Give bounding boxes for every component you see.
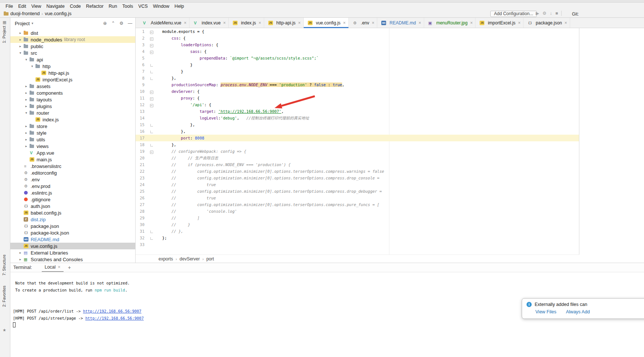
menu-item-file[interactable]: File [3,4,16,9]
chevron-down-icon[interactable]: ▾ [31,21,33,25]
locate-icon[interactable]: ⊕ [103,21,107,26]
always-add-link[interactable]: Always Add [566,309,590,314]
code-line-9[interactable]: 9 productionSourceMap: process.env.NODE_… [136,81,579,88]
profiler-icon[interactable]: ⚙ [542,11,546,16]
code-line-26[interactable]: 26 // true [136,195,579,201]
fold-marker[interactable] [146,235,157,241]
code-line-23[interactable]: 23 // config.optimization.minimizer[0].o… [136,175,579,181]
tree-item-dist[interactable]: ▸dist [10,30,135,36]
chevron-down-icon[interactable]: ▾ [30,64,35,68]
fold-marker[interactable] [146,62,157,68]
code-line-18[interactable]: 18 }, [136,141,579,148]
chevron-right-icon[interactable]: ▸ [18,257,23,261]
tree-item-Scratches and Consoles[interactable]: ▸Scratches and Consoles [10,256,135,263]
chevron-right-icon[interactable]: ▸ [24,131,29,135]
breadcrumb-item-exports[interactable]: exports [159,256,173,262]
tree-item-README.md[interactable]: README.md [10,236,135,243]
breadcrumb-file[interactable]: vue.config.js [45,11,71,16]
terminal-link[interactable]: http://192.168.66.56:9007 [85,316,144,320]
terminal-link[interactable]: http://192.168.66.56:9007 [83,309,142,313]
fold-collapse-icon[interactable]: − [150,51,153,54]
tree-item-http-api.js[interactable]: http-api.js [10,70,135,76]
fold-marker[interactable]: − [146,102,157,108]
code-line-33[interactable]: 33 [136,241,579,248]
code-line-20[interactable]: 20 // // 生产去除日志 [136,155,579,161]
code-line-30[interactable]: 30 // } [136,221,579,228]
tab-close-icon[interactable]: × [518,20,521,26]
tree-item-App.vue[interactable]: App.vue [10,149,135,156]
code-line-2[interactable]: 2− css: { [136,35,579,41]
tab-close-icon[interactable]: × [343,20,346,26]
menu-item-vcs[interactable]: VCS [136,4,150,9]
tree-item-src[interactable]: ▾src [10,50,135,56]
code-line-22[interactable]: 22 // config.optimization.minimizer[0].o… [136,168,579,175]
tree-item-node_modules[interactable]: ▸node_moduleslibrary root [10,36,135,43]
toolwindow-structure-button[interactable]: 7: Structure [2,255,6,276]
code-line-21[interactable]: 21 // if (process.env.NODE_ENV === 'prod… [136,161,579,168]
menu-item-window[interactable]: Window [150,4,172,9]
editor-tab-index.vue[interactable]: index.vue× [190,18,229,28]
breadcrumb-item-devServer[interactable]: devServer [180,256,200,262]
tab-close-icon[interactable]: × [184,20,187,26]
tree-item-layouts[interactable]: ▸layouts [10,96,135,103]
editor-tab-menuRouter.jpg[interactable]: menuRouter.jpg× [424,18,476,28]
tree-item-router[interactable]: ▾router [10,110,135,116]
chevron-down-icon[interactable]: ▾ [18,51,23,55]
menu-item-view[interactable]: View [29,4,44,9]
code-line-11[interactable]: 11− proxy: { [136,95,579,101]
fold-marker[interactable]: − [146,149,157,154]
toolwindow-project-button[interactable]: 1: Project [2,26,6,43]
tree-item-babel.config.js[interactable]: babel.config.js [10,209,135,216]
tree-item-main.js[interactable]: main.js [10,156,135,163]
code-line-12[interactable]: 12− '/api': { [136,101,579,108]
chevron-right-icon[interactable]: ▸ [18,44,23,48]
tree-item-External Libraries[interactable]: ▸External Libraries [10,249,135,256]
chevron-right-icon[interactable]: ▸ [24,124,29,128]
code-line-8[interactable]: 8 }, [136,75,579,81]
chevron-right-icon[interactable]: ▸ [18,31,23,35]
tree-item-package-lock.json[interactable]: package-lock.json [10,229,135,236]
tree-item-.env.prod[interactable]: .env.prod [10,183,135,189]
tab-close-icon[interactable]: × [259,20,261,26]
tab-close-icon[interactable]: × [372,20,374,26]
code-line-25[interactable]: 25 // config.optimization.minimizer[0].o… [136,188,579,195]
code-line-15[interactable]: 15 }, [136,121,579,128]
coverage-icon[interactable]: ↓ [550,11,552,16]
chevron-right-icon[interactable]: ▸ [24,84,29,88]
tree-item-.eslintrc.js[interactable]: .eslintrc.js [10,189,135,196]
code-line-27[interactable]: 27 // config.optimization.minimizer[0].o… [136,201,579,208]
code-line-10[interactable]: 10− devServer: { [136,88,579,95]
code-line-28[interactable]: 28 // 'console.log' [136,208,579,215]
tree-item-views[interactable]: ▸views [10,143,135,149]
code-line-13[interactable]: 13 target: 'http://192.168.66.56:9007', [136,108,579,115]
terminal-tab-local[interactable]: Local × [42,263,64,272]
fold-marker[interactable]: − [146,29,157,34]
fold-collapse-icon[interactable]: − [150,151,153,154]
fold-marker[interactable]: − [146,36,157,41]
tree-item-api[interactable]: ▾api [10,56,135,63]
tree-item-index.js[interactable]: index.js [10,116,135,123]
code-line-7[interactable]: 7 } [136,68,579,75]
menu-item-edit[interactable]: Edit [16,4,29,9]
code-line-6[interactable]: 6 } [136,61,579,68]
code-line-3[interactable]: 3− loaderOptions: { [136,41,579,48]
run-icon[interactable]: ▶ [536,11,539,16]
tab-close-icon[interactable]: × [419,20,421,26]
tree-item-dist.zip[interactable]: dist.zip [10,216,135,223]
fold-collapse-icon[interactable]: − [150,97,153,101]
chevron-right-icon[interactable]: ▸ [24,104,29,108]
fold-collapse-icon[interactable]: − [150,44,153,47]
code-line-17[interactable]: 17 port: 8008 [136,135,579,141]
chevron-right-icon[interactable]: ▸ [24,138,29,141]
settings-gear-icon[interactable]: ⚙ [119,21,123,26]
tab-close-icon[interactable]: × [470,20,473,26]
chevron-right-icon[interactable]: ▸ [18,251,23,255]
tab-close-icon[interactable]: × [298,20,301,26]
project-panel-title[interactable]: Project [15,21,30,26]
tree-item-package.json[interactable]: package.json [10,223,135,229]
view-files-link[interactable]: View Files [535,309,556,314]
tab-close-icon[interactable]: × [223,20,226,26]
terminal-cursor[interactable] [13,322,16,327]
code-line-16[interactable]: 16 }, [136,128,579,135]
tree-item-public[interactable]: ▸public [10,43,135,50]
